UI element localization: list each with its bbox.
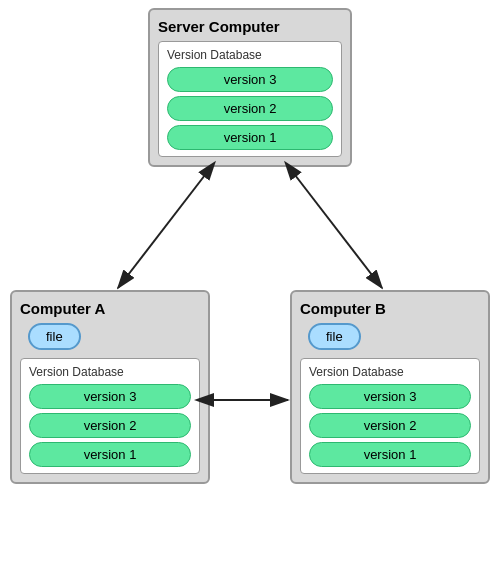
server-computer-box: Server Computer Version Database version… xyxy=(148,8,352,167)
computer-b-file: file xyxy=(308,323,361,350)
computer-a-title: Computer A xyxy=(20,300,200,317)
computer-a-version-3: version 3 xyxy=(29,384,191,409)
diagram: Server Computer Version Database version… xyxy=(0,0,500,563)
computer-b-version-db: Version Database version 3 version 2 ver… xyxy=(300,358,480,474)
computer-b-version-3: version 3 xyxy=(309,384,471,409)
server-to-a-arrow xyxy=(118,175,205,288)
computer-a-db-label: Version Database xyxy=(29,365,191,379)
computer-a-version-db: Version Database version 3 version 2 ver… xyxy=(20,358,200,474)
computer-a-file: file xyxy=(28,323,81,350)
server-version-2: version 2 xyxy=(167,96,333,121)
computer-b-version-2: version 2 xyxy=(309,413,471,438)
server-title: Server Computer xyxy=(158,18,342,35)
server-version-db: Version Database version 3 version 2 ver… xyxy=(158,41,342,157)
computer-b-title: Computer B xyxy=(300,300,480,317)
server-version-3: version 3 xyxy=(167,67,333,92)
computer-a-box: Computer A file Version Database version… xyxy=(10,290,210,484)
computer-b-db-label: Version Database xyxy=(309,365,471,379)
server-version-1: version 1 xyxy=(167,125,333,150)
server-to-b-arrow xyxy=(295,175,382,288)
server-db-label: Version Database xyxy=(167,48,333,62)
computer-a-version-1: version 1 xyxy=(29,442,191,467)
computer-a-version-2: version 2 xyxy=(29,413,191,438)
computer-b-box: Computer B file Version Database version… xyxy=(290,290,490,484)
computer-b-version-1: version 1 xyxy=(309,442,471,467)
